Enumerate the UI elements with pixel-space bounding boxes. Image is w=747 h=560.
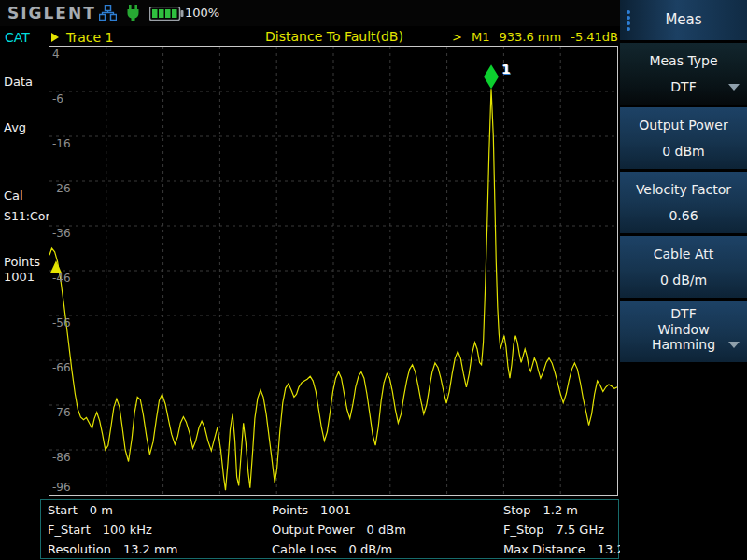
gutter-label-cal: Cal (4, 189, 23, 203)
softkey-value: 0 dBm (620, 144, 747, 159)
softkey-label: Velocity Factor (620, 182, 747, 198)
gutter-label-data: Data (4, 75, 33, 89)
softkey-label: DTFWindow (620, 306, 747, 338)
gutter-label-avg: Avg (4, 120, 26, 134)
marker-distance: 933.6 mm (500, 30, 562, 44)
y-axis-tick: -56 (52, 317, 71, 329)
status-field-resolution: Resolution 13.2 mm (48, 542, 177, 559)
power-plug-icon (125, 5, 141, 22)
bottom-status-bar: Start 0 mF_Start 100 kHzResolution 13.2 … (40, 499, 619, 559)
lan-icon (99, 5, 117, 21)
top-status-bar: SIGLENT 100% (0, 0, 620, 26)
marker-1-diamond-icon (484, 64, 499, 89)
y-axis-tick: -26 (52, 183, 71, 194)
chevron-down-icon (728, 84, 740, 91)
chevron-down-icon (728, 342, 740, 348)
y-axis-tick: -16 (52, 138, 71, 149)
y-axis-tick: -76 (52, 407, 71, 418)
battery-percent: 100% (185, 6, 219, 20)
gutter-label-s11-cor: S11:Cor (4, 209, 50, 223)
mode-indicator-cat: CAT (5, 30, 30, 45)
softkey-cable-att[interactable]: Cable Att0 dB/m (620, 236, 747, 298)
softkey-value: 0 dB/m (620, 273, 747, 287)
marker-prefix: > (452, 30, 462, 44)
status-field-f-start: F_Start 100 kHz (48, 523, 152, 539)
y-axis-tick: -86 (52, 452, 71, 463)
softkey-output-power[interactable]: Output Power0 dBm (620, 107, 747, 169)
gutter-points-value: 1001 (4, 270, 35, 284)
softkey-label: Output Power (620, 118, 747, 133)
status-field-output-power: Output Power 0 dBm (272, 523, 406, 539)
status-field-f-stop: F_Stop 7.5 GHz (503, 523, 604, 539)
status-field-start: Start 0 m (48, 503, 113, 520)
softkey-label: Meas Type (620, 53, 747, 69)
softkey-velocity-factor[interactable]: Velocity Factor0.66 (620, 172, 747, 233)
marker-readout: >M1933.6 mm-5.41dB (355, 30, 618, 44)
trace-canvas: 1 (49, 47, 617, 495)
y-axis-tick: -46 (52, 273, 71, 284)
status-field-points: Points 1001 (272, 503, 351, 520)
menu-header-meas: Meas (620, 0, 747, 40)
dtf-trace-plot: 1 4-6-16-26-36-46-56-66-76-86-96 (49, 46, 618, 496)
marker-name: M1 (472, 30, 490, 44)
y-axis-tick: -36 (52, 228, 71, 239)
battery-icon (149, 7, 184, 21)
softkey-meas-type[interactable]: Meas TypeDTF (620, 43, 747, 105)
menu-title: Meas (620, 11, 747, 28)
softkey-dtf-window[interactable]: DTFWindowHamming (620, 301, 747, 362)
status-field-stop: Stop 1.2 m (503, 503, 578, 520)
y-axis-tick: -66 (52, 362, 71, 373)
y-axis-tick: -6 (52, 93, 63, 105)
softkey-value: 0.66 (620, 208, 747, 223)
y-axis-tick: 4 (52, 49, 60, 60)
marker-amplitude: -5.41dB (571, 30, 618, 44)
y-axis-tick: -96 (52, 482, 71, 493)
softkey-menu: Meas Meas TypeDTFOutput Power0 dBmVeloci… (620, 0, 747, 560)
instrument-screen: SIGLENT 100% CAT Trace 1 Distance To Fau… (0, 0, 747, 560)
marker-1-label: 1 (501, 62, 511, 77)
softkey-label: Cable Att (620, 246, 747, 262)
status-field-cable-loss: Cable Loss 0 dB/m (272, 542, 392, 559)
siglent-logo: SIGLENT (7, 4, 96, 22)
gutter-label-points: Points (4, 255, 40, 269)
